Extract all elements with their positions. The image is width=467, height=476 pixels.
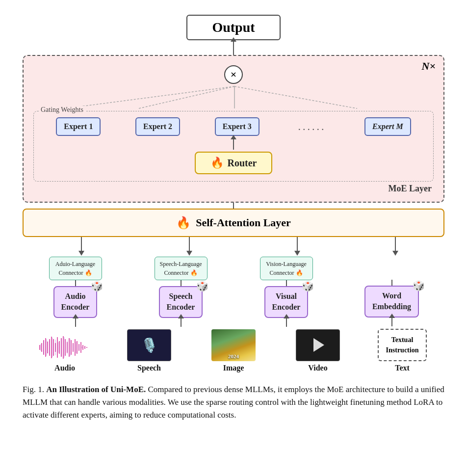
connector-encoder-row: Aduio-LanguageConnector 🔥 AudioEncoder 🎲… [23,257,444,327]
microphone-icon: 🎙️ [141,337,158,353]
svg-line-0 [65,86,234,108]
speech-encoder-box: SpeechEncoder 🎲 [159,286,203,318]
sa-to-connectors-svg [23,237,444,257]
moe-layer-label: MoE Layer [33,184,434,194]
speech-thumbnail: 🎙️ [127,329,171,361]
output-box: Output [186,15,280,40]
sa-fire-icon: 🔥 [176,216,191,230]
image-media-group: 2024 Image [191,329,276,372]
speech-language-connector: Speech-LanguageConnector 🔥 [155,257,208,280]
router-label: Router [228,158,257,169]
router-fire-icon: 🔥 [210,157,224,169]
moe-outer-box: N× × Gating Weights Expert 1 [23,55,444,203]
text-media-label: Text [395,364,410,372]
word-embedding-group: WordEmbedding 🎲 [339,257,444,326]
audio-dice-icon: 🎲 [91,280,103,292]
image-thumbnail: 2024 [211,329,256,361]
word-embedding-box: WordEmbedding 🎲 [364,286,419,317]
media-row: Audio 🎙️ Speech 2024 Image Video Te [23,329,444,372]
audio-media-label: Audio [54,364,75,372]
play-icon [313,338,324,352]
text-media-group: Textual Instruction Text [360,329,444,372]
image-media-label: Image [223,364,244,372]
audio-waveform [35,334,94,361]
textual-instruction-box: Textual Instruction [378,329,427,361]
caption-bold: An Illustration of Uni-MoE. [46,385,146,394]
svg-marker-9 [294,251,300,256]
svg-line-1 [139,86,234,108]
arrow-output-to-multiply [233,41,234,55]
speech-dice-icon: 🎲 [196,280,208,292]
sa-label: Self-Attention Layer [196,216,291,229]
video-thumbnail [296,329,340,361]
svg-marker-11 [392,251,398,256]
video-media-group: Video [276,329,360,372]
svg-marker-7 [186,251,192,256]
audio-encoder-box: AudioEncoder 🎲 [53,286,98,318]
visual-dice-icon: 🎲 [302,280,314,292]
svg-marker-5 [78,251,84,256]
expert-dots: ...... [294,120,330,133]
svg-line-3 [234,86,357,108]
visual-encoder-box: VisualEncoder 🎲 [264,286,309,318]
word-dice-icon: 🎲 [413,280,425,291]
gating-box: Gating Weights Expert 1 Expert 2 Expert … [33,111,434,182]
vision-language-connector: Vision-LanguageConnector 🔥 [260,257,313,280]
router-to-experts-arrow [39,139,428,150]
router-row: 🔥 Router [39,152,428,174]
arrow-moe-to-sa [233,203,234,209]
caption: Fig. 1. An Illustration of Uni-MoE. Comp… [23,383,444,422]
expert-3-box: Expert 3 [215,117,259,136]
expert-1-box: Expert 1 [56,117,101,136]
audio-language-connector: Aduio-LanguageConnector 🔥 [49,257,102,280]
expert-2-box: Expert 2 [135,117,180,136]
gating-weights-label: Gating Weights [39,106,85,114]
expert-m-box: Expert M [364,117,411,136]
router-box: 🔥 Router [195,152,273,174]
experts-row: Expert 1 Expert 2 Expert 3 ...... Expert… [39,117,428,136]
visual-group: Vision-LanguageConnector 🔥 VisualEncoder… [234,257,339,327]
fig-number: Fig. 1. [23,385,44,394]
speech-media-group: 🎙️ Speech [107,329,191,372]
gating-lines-svg [33,86,436,111]
audio-media-group: Audio [23,334,107,372]
speech-group: Speech-LanguageConnector 🔥 SpeechEncoder… [128,257,234,327]
output-label: Output [212,20,255,35]
multiply-row: × [33,63,434,86]
speech-media-label: Speech [137,364,161,372]
audio-group: Aduio-LanguageConnector 🔥 AudioEncoder 🎲 [23,257,128,327]
multiply-circle: × [224,65,243,84]
video-media-label: Video [308,364,327,372]
self-attention-box: 🔥 Self-Attention Layer [23,209,444,237]
